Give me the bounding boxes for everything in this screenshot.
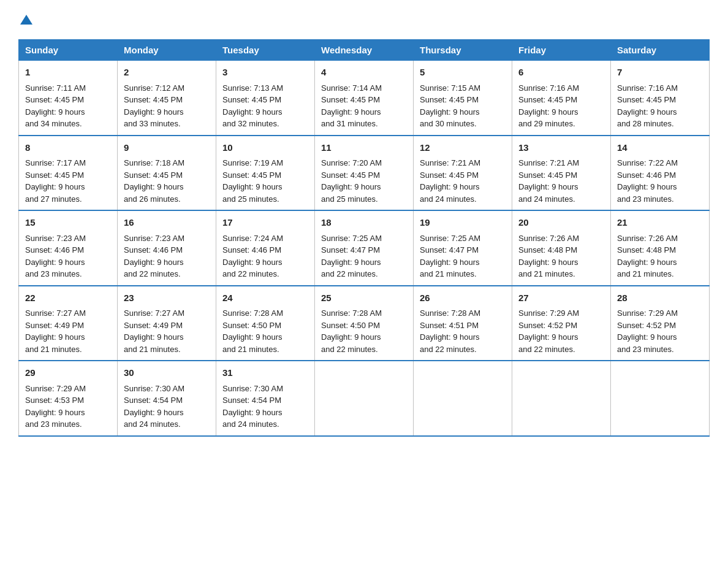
calendar-cell: 11 Sunrise: 7:20 AM Sunset: 4:45 PM Dayl… [315, 136, 414, 211]
daylight-minutes: and 22 minutes. [518, 345, 575, 354]
daylight-minutes: and 21 minutes. [518, 269, 575, 278]
sunset-label: Sunset: 4:45 PM [420, 170, 479, 180]
daylight-minutes: and 28 minutes. [617, 119, 674, 128]
daylight-minutes: and 23 minutes. [617, 345, 674, 354]
sunset-label: Sunset: 4:45 PM [420, 95, 479, 104]
sunset-label: Sunset: 4:52 PM [617, 321, 676, 330]
daylight-label: Daylight: 9 hours [617, 258, 677, 267]
sunset-label: Sunset: 4:49 PM [25, 321, 84, 330]
day-number: 26 [420, 291, 506, 305]
day-number: 12 [420, 141, 506, 155]
day-header-sunday: Sunday [19, 40, 118, 61]
logo-triangle-icon [20, 13, 33, 27]
sunset-label: Sunset: 4:46 PM [25, 245, 84, 255]
day-header-thursday: Thursday [414, 40, 512, 61]
daylight-label: Daylight: 9 hours [518, 332, 578, 342]
daylight-minutes: and 29 minutes. [518, 119, 575, 128]
sunset-label: Sunset: 4:45 PM [617, 95, 676, 104]
sunset-label: Sunset: 4:48 PM [617, 245, 676, 255]
sunset-label: Sunset: 4:45 PM [25, 95, 84, 104]
sunrise-label: Sunrise: 7:27 AM [124, 308, 184, 318]
daylight-label: Daylight: 9 hours [124, 182, 184, 191]
sunrise-label: Sunrise: 7:20 AM [321, 158, 382, 167]
day-number: 16 [124, 216, 210, 230]
daylight-label: Daylight: 9 hours [124, 332, 184, 342]
page-header [18, 12, 710, 27]
sunset-label: Sunset: 4:51 PM [420, 321, 479, 330]
daylight-minutes: and 22 minutes. [222, 269, 279, 278]
sunset-label: Sunset: 4:54 PM [124, 396, 183, 405]
sunset-label: Sunset: 4:45 PM [518, 170, 577, 180]
svg-marker-0 [20, 15, 32, 25]
day-number: 3 [222, 66, 308, 80]
daylight-label: Daylight: 9 hours [25, 408, 85, 417]
day-header-tuesday: Tuesday [216, 40, 315, 61]
calendar-cell: 2 Sunrise: 7:12 AM Sunset: 4:45 PM Dayli… [118, 61, 216, 136]
daylight-label: Daylight: 9 hours [25, 258, 85, 267]
day-number: 17 [222, 216, 308, 230]
sunrise-label: Sunrise: 7:28 AM [321, 308, 382, 318]
daylight-label: Daylight: 9 hours [25, 332, 85, 342]
day-number: 10 [222, 141, 308, 155]
calendar-cell: 17 Sunrise: 7:24 AM Sunset: 4:46 PM Dayl… [216, 210, 315, 286]
calendar-cell: 4 Sunrise: 7:14 AM Sunset: 4:45 PM Dayli… [315, 61, 414, 136]
daylight-label: Daylight: 9 hours [222, 107, 282, 117]
sunrise-label: Sunrise: 7:24 AM [222, 234, 283, 243]
daylight-minutes: and 25 minutes. [321, 194, 378, 204]
day-number: 11 [321, 141, 407, 155]
sunset-label: Sunset: 4:46 PM [222, 245, 281, 255]
calendar-cell: 16 Sunrise: 7:23 AM Sunset: 4:46 PM Dayl… [118, 210, 216, 286]
day-number: 23 [124, 291, 210, 305]
day-number: 24 [222, 291, 308, 305]
daylight-minutes: and 33 minutes. [124, 119, 181, 128]
daylight-label: Daylight: 9 hours [518, 182, 578, 191]
sunrise-label: Sunrise: 7:29 AM [617, 308, 678, 318]
sunrise-label: Sunrise: 7:11 AM [25, 83, 86, 93]
calendar-cell: 29 Sunrise: 7:29 AM Sunset: 4:53 PM Dayl… [19, 361, 118, 436]
day-number: 9 [124, 141, 210, 155]
daylight-minutes: and 23 minutes. [25, 419, 82, 429]
sunset-label: Sunset: 4:49 PM [124, 321, 183, 330]
daylight-minutes: and 22 minutes. [321, 345, 378, 354]
sunrise-label: Sunrise: 7:17 AM [25, 158, 86, 167]
sunset-label: Sunset: 4:48 PM [518, 245, 577, 255]
calendar-cell [414, 361, 512, 436]
calendar-cell: 31 Sunrise: 7:30 AM Sunset: 4:54 PM Dayl… [216, 361, 315, 436]
calendar-cell: 18 Sunrise: 7:25 AM Sunset: 4:47 PM Dayl… [315, 210, 414, 286]
daylight-label: Daylight: 9 hours [321, 107, 381, 117]
calendar-cell: 26 Sunrise: 7:28 AM Sunset: 4:51 PM Dayl… [414, 286, 512, 361]
sunset-label: Sunset: 4:50 PM [222, 321, 281, 330]
sunrise-label: Sunrise: 7:29 AM [518, 308, 579, 318]
calendar-cell: 25 Sunrise: 7:28 AM Sunset: 4:50 PM Dayl… [315, 286, 414, 361]
calendar-week-row: 1 Sunrise: 7:11 AM Sunset: 4:45 PM Dayli… [19, 61, 710, 136]
calendar-week-row: 22 Sunrise: 7:27 AM Sunset: 4:49 PM Dayl… [19, 286, 710, 361]
calendar-week-row: 8 Sunrise: 7:17 AM Sunset: 4:45 PM Dayli… [19, 136, 710, 211]
daylight-minutes: and 24 minutes. [124, 419, 181, 429]
sunrise-label: Sunrise: 7:16 AM [617, 83, 678, 93]
calendar-cell: 24 Sunrise: 7:28 AM Sunset: 4:50 PM Dayl… [216, 286, 315, 361]
daylight-label: Daylight: 9 hours [321, 182, 381, 191]
calendar-cell: 12 Sunrise: 7:21 AM Sunset: 4:45 PM Dayl… [414, 136, 512, 211]
calendar-cell: 7 Sunrise: 7:16 AM Sunset: 4:45 PM Dayli… [611, 61, 710, 136]
calendar-cell: 6 Sunrise: 7:16 AM Sunset: 4:45 PM Dayli… [512, 61, 611, 136]
daylight-minutes: and 21 minutes. [222, 345, 279, 354]
sunrise-label: Sunrise: 7:19 AM [222, 158, 283, 167]
calendar-cell: 20 Sunrise: 7:26 AM Sunset: 4:48 PM Dayl… [512, 210, 611, 286]
day-number: 15 [25, 216, 111, 230]
calendar-table: SundayMondayTuesdayWednesdayThursdayFrid… [18, 39, 710, 437]
sunrise-label: Sunrise: 7:18 AM [124, 158, 184, 167]
calendar-cell [315, 361, 414, 436]
daylight-minutes: and 21 minutes. [420, 269, 477, 278]
daylight-label: Daylight: 9 hours [25, 182, 85, 191]
day-number: 14 [617, 141, 703, 155]
sunrise-label: Sunrise: 7:13 AM [222, 83, 283, 93]
daylight-label: Daylight: 9 hours [25, 107, 85, 117]
calendar-week-row: 29 Sunrise: 7:29 AM Sunset: 4:53 PM Dayl… [19, 361, 710, 436]
calendar-cell: 3 Sunrise: 7:13 AM Sunset: 4:45 PM Dayli… [216, 61, 315, 136]
day-number: 20 [518, 216, 604, 230]
calendar-cell: 21 Sunrise: 7:26 AM Sunset: 4:48 PM Dayl… [611, 210, 710, 286]
sunrise-label: Sunrise: 7:16 AM [518, 83, 579, 93]
daylight-minutes: and 23 minutes. [617, 194, 674, 204]
days-header-row: SundayMondayTuesdayWednesdayThursdayFrid… [19, 40, 710, 61]
daylight-label: Daylight: 9 hours [222, 408, 282, 417]
